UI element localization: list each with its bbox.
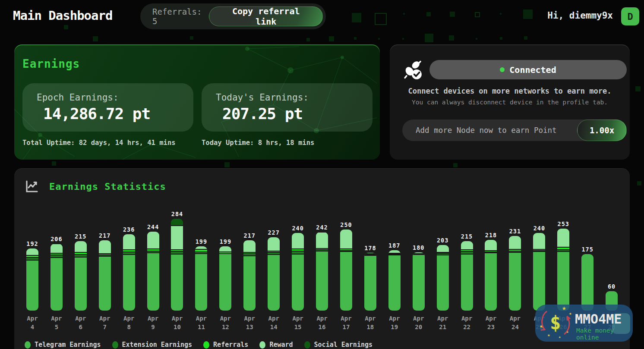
- bar-segment-telegram-earnings: [461, 254, 473, 311]
- background-square: [637, 181, 641, 186]
- legend-dot-icon: [203, 341, 209, 349]
- legend-label: Telegram Earnings: [35, 341, 101, 349]
- stacked-bar[interactable]: [123, 234, 135, 311]
- legend-item[interactable]: Reward: [259, 341, 293, 349]
- chart-title: Earnings Statistics: [49, 181, 166, 192]
- bar-segment-reward: [292, 233, 304, 248]
- legend-dot-icon: [259, 341, 265, 349]
- bar-segment-social-earnings: [171, 219, 183, 225]
- network-submessage: You can always disconnect device in the …: [390, 99, 630, 106]
- plug-check-icon: [403, 60, 423, 81]
- connection-status-pill[interactable]: Connected: [429, 60, 627, 79]
- bar-value-label: 240: [292, 225, 303, 232]
- bar-value-label: 217: [244, 232, 256, 239]
- legend-item[interactable]: Extension Earnings: [112, 341, 193, 349]
- x-axis-label: Apr9: [141, 314, 165, 331]
- stacked-bar[interactable]: [292, 233, 304, 311]
- legend-label: Referrals: [213, 341, 248, 349]
- bar-slot: 217: [237, 232, 262, 311]
- background-square: [524, 36, 527, 40]
- stacked-bar[interactable]: [581, 254, 593, 311]
- stacked-bar[interactable]: [243, 240, 256, 311]
- x-axis-label: Apr6: [69, 314, 93, 331]
- dashboard-page: Main Dashboard Referrals: 5 Copy referra…: [0, 0, 644, 349]
- bar-segment-extension-earnings: [292, 251, 304, 254]
- stacked-bar[interactable]: [147, 232, 159, 311]
- bar-segment-telegram-earnings: [99, 256, 111, 311]
- stacked-bar[interactable]: [268, 237, 280, 311]
- stacked-bar[interactable]: [26, 248, 38, 311]
- bar-segment-telegram-earnings: [147, 252, 159, 311]
- stacked-bar[interactable]: [485, 240, 497, 311]
- bar-segment-reward: [219, 246, 231, 252]
- stacked-bar[interactable]: [219, 246, 231, 311]
- bar-slot: 284: [165, 211, 189, 311]
- x-axis-label: Apr17: [334, 314, 358, 331]
- background-square: [375, 13, 387, 25]
- stacked-bar[interactable]: [99, 240, 111, 311]
- stacked-bar[interactable]: [51, 244, 63, 311]
- bar-value-label: 192: [26, 240, 38, 247]
- bar-segment-telegram-earnings: [413, 254, 425, 311]
- legend-item[interactable]: Social Earnings: [304, 341, 373, 349]
- bar-segment-reward: [51, 244, 63, 253]
- background-square: [402, 38, 404, 40]
- bar-segment-reward: [99, 240, 111, 253]
- x-axis-label: Apr15: [286, 314, 310, 331]
- bar-slot: 187: [382, 242, 407, 311]
- background-square: [190, 36, 193, 40]
- stacked-bar[interactable]: [364, 253, 376, 311]
- dollar-glyph: $: [550, 312, 561, 333]
- bar-value-label: 206: [51, 236, 62, 242]
- stacked-bar[interactable]: [195, 246, 207, 311]
- bar-segment-telegram-earnings: [292, 254, 304, 311]
- bar-slot: 231: [503, 228, 527, 311]
- legend-item[interactable]: Referrals: [203, 341, 248, 349]
- bar-value-label: 244: [147, 223, 159, 230]
- bar-segment-reward: [340, 230, 352, 248]
- bar-slot: 180: [407, 244, 431, 311]
- add-node-pill[interactable]: Add more Node now to earn Point 1.00x: [402, 119, 627, 141]
- earnings-card: Earnings Epoch Earnings: 14,286.72 pt To…: [14, 44, 380, 160]
- avatar[interactable]: D: [621, 7, 639, 25]
- x-axis-label: Apr4: [20, 314, 44, 331]
- legend-dot-icon: [25, 341, 31, 349]
- x-axis-label: Apr12: [213, 314, 237, 331]
- bar-slot: 244: [141, 223, 165, 311]
- copy-referral-link-button[interactable]: Copy referral link: [209, 6, 323, 26]
- stacked-bar[interactable]: [509, 236, 521, 311]
- bar-segment-reward: [557, 229, 569, 246]
- stacked-bar[interactable]: [75, 241, 87, 311]
- x-axis-label: Apr13: [237, 314, 262, 331]
- legend-item[interactable]: Telegram Earnings: [25, 341, 101, 349]
- bar-value-label: 242: [316, 224, 328, 231]
- stacked-bar[interactable]: [413, 252, 425, 311]
- bar-segment-reward: [243, 240, 256, 252]
- bar-segment-telegram-earnings: [533, 251, 545, 311]
- background-square: [93, 36, 98, 41]
- background-square: [453, 163, 458, 167]
- bar-slot: 240: [286, 225, 310, 311]
- stacked-bar[interactable]: [557, 229, 569, 311]
- bar-slot: 242: [310, 224, 334, 311]
- stacked-bar[interactable]: [388, 250, 401, 311]
- stacked-bar[interactable]: [340, 230, 352, 311]
- stacked-bar[interactable]: [316, 232, 328, 311]
- stacked-bar[interactable]: [437, 245, 449, 311]
- bar-segment-telegram-earnings: [557, 251, 569, 311]
- bar-segment-telegram-earnings: [437, 255, 449, 311]
- bar-slot: 217: [93, 232, 117, 311]
- stacked-bar[interactable]: [461, 241, 473, 311]
- bar-segment-reward: [268, 237, 280, 251]
- bar-segment-telegram-earnings: [581, 254, 593, 311]
- stacked-bar[interactable]: [171, 219, 183, 311]
- bar-slot: 175: [575, 246, 600, 311]
- network-card: Connected Connect devices on more networ…: [390, 44, 630, 160]
- background-square: [475, 12, 480, 17]
- background-square: [52, 161, 56, 166]
- bar-slot: 206: [44, 236, 69, 311]
- background-square: [354, 37, 357, 40]
- bar-value-label: 199: [196, 238, 207, 245]
- bar-value-label: 240: [534, 225, 545, 232]
- stacked-bar[interactable]: [533, 233, 545, 311]
